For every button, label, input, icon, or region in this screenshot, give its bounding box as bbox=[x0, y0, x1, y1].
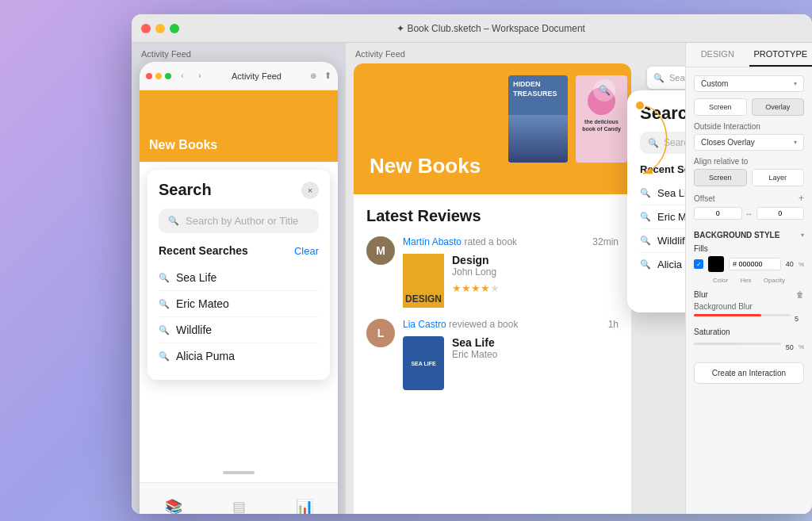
list-item[interactable]: 🔍 Sea Life bbox=[640, 182, 685, 205]
offset-section: Offset + ↔ bbox=[694, 193, 804, 220]
offset-separator: ↔ bbox=[745, 209, 753, 218]
reviewer-name-martin: Martín Abasto bbox=[403, 236, 462, 247]
screen-overlay-row: Screen Overlay bbox=[694, 98, 804, 116]
phone-clear-button[interactable]: Clear bbox=[294, 245, 319, 257]
phone-recent-list: 🔍 Sea Life 🔍 Eric Mateo 🔍 Wildlife bbox=[159, 265, 319, 369]
phone-share-btn[interactable]: ⬆ bbox=[324, 71, 331, 81]
align-screen-btn[interactable]: Screen bbox=[694, 169, 747, 186]
blur-value: 5 bbox=[795, 315, 804, 323]
sat-row: Saturation bbox=[694, 328, 804, 336]
fill-color-swatch[interactable] bbox=[708, 256, 724, 272]
phone-recent-title: Recent Searches bbox=[159, 244, 248, 257]
app-reviews-section: Latest Reviews M Martín Abasto rated a b… bbox=[354, 194, 631, 414]
offset-x-input[interactable] bbox=[694, 207, 742, 220]
review-right-lia: Lia Castro reviewed a book 1h SEA LIFE S… bbox=[403, 319, 619, 390]
sat-value: 50 bbox=[786, 343, 794, 351]
phone-scrollbar bbox=[223, 471, 255, 474]
phone-minimize[interactable] bbox=[155, 73, 162, 79]
phone-frame: ‹ › Activity Feed ⊕ ⬆ New Books Searc bbox=[140, 62, 338, 514]
list-item[interactable]: 🔍 Eric Mateo bbox=[159, 291, 319, 317]
review-action-martin: rated a book bbox=[464, 236, 517, 247]
right-tabs: DESIGN PROTOTYPE bbox=[686, 43, 812, 67]
fullscreen-button[interactable] bbox=[170, 24, 179, 33]
modal-search-input[interactable]: 🔍 Search by Author... bbox=[640, 132, 685, 154]
overlay-button[interactable]: Overlay bbox=[752, 98, 805, 116]
recent-item-text: Sea Life bbox=[657, 187, 685, 199]
search-overlay-header: Search × bbox=[159, 181, 319, 199]
plus-icon[interactable]: + bbox=[799, 193, 804, 204]
center-panel: Activity Feed HIDDENTREASURES the delici… bbox=[346, 43, 685, 514]
minimize-button[interactable] bbox=[155, 24, 165, 33]
app-banner-title: New Books bbox=[370, 154, 481, 178]
background-style-section: BACKGROUND STYLE ▾ bbox=[694, 226, 804, 239]
list-item[interactable]: 🔍 Wildlife bbox=[159, 317, 319, 343]
custom-dropdown[interactable]: Custom ▾ bbox=[694, 75, 804, 92]
phone-close[interactable] bbox=[146, 73, 152, 79]
close-icon: × bbox=[308, 186, 312, 195]
offset-label: Offset bbox=[694, 194, 715, 203]
offset-y-input[interactable] bbox=[756, 207, 805, 220]
fill-hex-input[interactable] bbox=[729, 258, 781, 270]
phone-back-btn[interactable]: ‹ bbox=[176, 70, 189, 82]
search-close-button[interactable]: × bbox=[301, 182, 319, 199]
tab-prototype[interactable]: PROTOTYPE bbox=[749, 43, 813, 67]
saturation-slider-fill bbox=[694, 343, 737, 345]
phone-traffic-lights bbox=[146, 73, 171, 79]
phone-nav-icon[interactable]: ⊕ bbox=[307, 70, 320, 82]
recent-item-text: Alicia Puma bbox=[657, 259, 685, 270]
center-label: Activity Feed bbox=[355, 49, 405, 59]
list-item[interactable]: 🔍 Alicia Puma bbox=[640, 253, 685, 276]
search-overlay: Search × 🔍 Search by Author or Title Rec… bbox=[147, 170, 330, 380]
align-layer-btn[interactable]: Layer bbox=[752, 169, 805, 186]
create-interaction-button[interactable]: Create an Interaction bbox=[694, 362, 804, 384]
modal-recent-list: 🔍 Sea Life 🔍 Eric Mateo 🔍 Wildlife 🔍 Ali… bbox=[640, 182, 685, 276]
blur-control: 5 bbox=[694, 314, 804, 323]
tab-design[interactable]: DESIGN bbox=[686, 43, 749, 67]
fill-checkbox[interactable]: ✓ bbox=[694, 259, 703, 269]
search-icon: 🔍 bbox=[159, 299, 170, 309]
list-item[interactable]: 🔍 Alicia Puma bbox=[159, 343, 319, 369]
blur-section: Blur 🗑 Background Blur 5 bbox=[694, 290, 804, 323]
home-nav-icon[interactable]: 📚 bbox=[165, 498, 182, 515]
fill-opacity-value: 40 bbox=[786, 260, 794, 268]
outside-interaction-value: Closes Overlay bbox=[701, 138, 755, 147]
align-options-row: Screen Layer bbox=[694, 169, 804, 186]
stats-nav-icon[interactable]: 📊 bbox=[296, 498, 313, 515]
background-blur-label: Background Blur bbox=[694, 302, 804, 311]
screen-button[interactable]: Screen bbox=[694, 98, 747, 116]
book-stars-design: ★★★★★ bbox=[452, 282, 619, 294]
saturation-slider[interactable] bbox=[694, 343, 781, 345]
fills-section: Fills ✓ 40 % Color Hex Opacity bbox=[694, 244, 804, 284]
list-item[interactable]: 🔍 Eric Mateo bbox=[640, 205, 685, 229]
search-overlay-title: Search bbox=[159, 181, 212, 199]
app-search-button[interactable]: 🔍 bbox=[593, 79, 615, 102]
review-right: Martín Abasto rated a book 32min DESIGN bbox=[403, 236, 619, 308]
search-icon: 🔍 bbox=[640, 188, 651, 198]
phone-search-placeholder: Search by Author or Title bbox=[186, 215, 298, 227]
delete-blur-icon[interactable]: 🗑 bbox=[796, 290, 804, 299]
phone-fullscreen[interactable] bbox=[165, 73, 171, 79]
review-item-martin: M Martín Abasto rated a book 32min DE bbox=[366, 236, 619, 308]
close-button[interactable] bbox=[141, 24, 151, 33]
phone-panel-label: Activity Feed bbox=[141, 49, 191, 59]
blur-slider-fill bbox=[694, 314, 761, 316]
search-icon: 🔍 bbox=[159, 351, 170, 362]
book-info-design: Design John Long ★★★★★ bbox=[452, 254, 619, 308]
center-search-bar[interactable]: 🔍 Search bbox=[647, 67, 685, 89]
library-nav-icon[interactable]: ▤ bbox=[232, 498, 246, 515]
search-icon-modal: 🔍 bbox=[648, 138, 659, 148]
phone-forward-btn[interactable]: › bbox=[193, 70, 206, 82]
recent-item-text: Eric Mateo bbox=[176, 297, 229, 310]
outside-interaction-dropdown[interactable]: Closes Overlay ▾ bbox=[694, 134, 804, 151]
align-section: Align relative to Screen Layer bbox=[694, 157, 804, 186]
phone-search-input-box[interactable]: 🔍 Search by Author or Title bbox=[159, 209, 319, 233]
modal-recent-header: Recent Searches bbox=[640, 163, 685, 175]
book-card-sealife: SEA LIFE Sea Life Eric Mateo bbox=[403, 336, 619, 390]
modal-search-overlay: Search 🔍 Search by Author... Recent Sear… bbox=[627, 90, 685, 312]
hex-label: Hex bbox=[740, 277, 751, 284]
list-item[interactable]: 🔍 Sea Life bbox=[159, 265, 319, 291]
banner-title: New Books bbox=[149, 138, 217, 152]
search-bar-placeholder: Search bbox=[669, 73, 685, 82]
blur-slider[interactable] bbox=[694, 314, 790, 316]
list-item[interactable]: 🔍 Wildlife bbox=[640, 229, 685, 253]
